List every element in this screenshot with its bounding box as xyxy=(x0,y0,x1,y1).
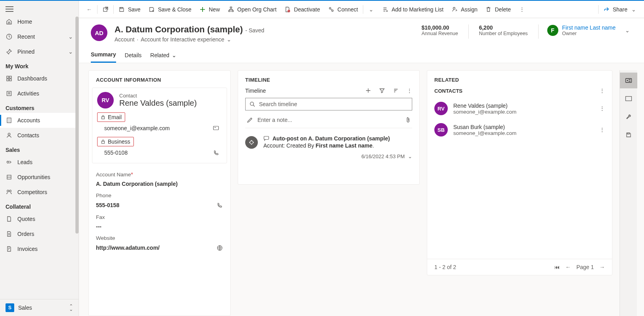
overflow-button[interactable]: ⋮ xyxy=(515,1,529,18)
pager-next-icon[interactable]: → xyxy=(599,264,605,270)
area-badge: S xyxy=(6,303,14,312)
back-button[interactable]: ← xyxy=(82,1,96,18)
svg-point-18 xyxy=(329,7,331,9)
pager-first-icon[interactable]: ⏮ xyxy=(554,264,560,270)
more-vertical-icon[interactable]: ⋮ xyxy=(599,88,605,94)
share-button[interactable]: Share⌄ xyxy=(599,1,641,18)
sort-icon[interactable] xyxy=(393,88,399,94)
chevron-down-icon[interactable]: ⌄ xyxy=(227,36,231,43)
more-vertical-icon[interactable]: ⋮ xyxy=(599,105,605,112)
sidebar-item-recent[interactable]: Recent ⌄ xyxy=(0,29,79,44)
open-org-chart-button[interactable]: Open Org Chart xyxy=(224,1,281,18)
svg-rect-6 xyxy=(7,118,11,123)
section-title: RELATED xyxy=(427,71,612,88)
hamburger-icon[interactable] xyxy=(6,6,13,12)
tab-related[interactable]: Related⌄ xyxy=(150,48,176,63)
pin-icon xyxy=(6,48,13,55)
related-pager: 1 - 2 of 2 ⏮ ← Page 1 → xyxy=(427,259,612,275)
form-selector[interactable]: Account for Interactive experience xyxy=(141,36,224,43)
sidebar-item-home[interactable]: Home xyxy=(0,14,79,29)
svg-point-26 xyxy=(250,141,253,144)
save-close-button[interactable]: Save & Close xyxy=(145,1,195,18)
rail-save-button[interactable] xyxy=(620,127,637,143)
timeline-note-input[interactable]: Enter a note... xyxy=(245,114,412,128)
delete-button[interactable]: Delete xyxy=(481,1,514,18)
sidebar-item-quotes[interactable]: Quotes xyxy=(0,211,79,226)
sidebar-item-pinned[interactable]: Pinned ⌄ xyxy=(0,44,79,59)
invoices-icon xyxy=(6,245,13,252)
divider xyxy=(113,5,114,14)
divider xyxy=(598,5,599,14)
sidebar-label: Activities xyxy=(17,90,39,97)
save-close-icon xyxy=(148,6,155,13)
contact-email[interactable]: someone_i@example.com xyxy=(97,123,170,133)
sidebar-item-competitors[interactable]: Competitors xyxy=(0,185,79,200)
card-icon[interactable] xyxy=(212,125,220,132)
rail-assistant-button[interactable] xyxy=(620,73,637,88)
right-rail xyxy=(620,70,637,316)
divider xyxy=(97,5,98,14)
rail-wrench-button[interactable] xyxy=(620,109,637,125)
pager-prev-icon[interactable]: ← xyxy=(565,264,571,270)
related-contact-item[interactable]: SB Susan Burk (sample) someone_l@example… xyxy=(427,119,612,140)
connect-button[interactable]: Connect xyxy=(324,1,362,18)
open-new-window-button[interactable] xyxy=(98,1,113,18)
svg-point-7 xyxy=(8,133,10,135)
section-title: ACCOUNT INFORMATION xyxy=(89,71,230,88)
field-website[interactable]: Website http://www.adatum.com/ xyxy=(89,231,230,253)
connect-chevron[interactable]: ⌄ xyxy=(364,1,378,18)
sidebar-item-accounts[interactable]: Accounts xyxy=(0,113,79,128)
chevron-down-icon[interactable]: ⌄ xyxy=(408,153,412,159)
phone-icon[interactable] xyxy=(216,202,223,209)
locked-field-business: Business xyxy=(97,137,134,146)
phone-icon[interactable] xyxy=(212,149,220,156)
save-button[interactable]: Save xyxy=(115,1,145,18)
area-label: Sales xyxy=(18,305,32,311)
tab-summary[interactable]: Summary xyxy=(91,48,116,63)
timeline-search[interactable]: Search timeline xyxy=(245,98,412,110)
rail-panel-button[interactable] xyxy=(620,91,637,107)
sidebar-item-contacts[interactable]: Contacts xyxy=(0,128,79,143)
assign-button[interactable]: Assign xyxy=(447,1,481,18)
plus-icon[interactable] xyxy=(365,88,371,94)
globe-icon[interactable] xyxy=(216,244,223,251)
sidebar-item-dashboards[interactable]: Dashboards xyxy=(0,71,79,86)
filter-icon[interactable] xyxy=(379,88,385,94)
related-contacts-header: CONTACTS xyxy=(434,88,462,94)
orders-icon xyxy=(6,230,13,237)
sidebar-item-leads[interactable]: Leads xyxy=(0,155,79,170)
more-vertical-icon[interactable]: ⋮ xyxy=(407,88,412,94)
clock-icon xyxy=(6,33,13,40)
stat-employees[interactable]: 6,200 Number of Employees xyxy=(477,24,529,36)
new-button[interactable]: New xyxy=(195,1,224,18)
field-phone[interactable]: Phone 555-0158 xyxy=(89,189,230,210)
quote-icon xyxy=(6,215,13,223)
contact-business-phone[interactable]: 555-0108 xyxy=(97,148,128,157)
stat-owner[interactable]: F First name Last name Owner ⌄ xyxy=(547,24,632,36)
attachment-icon[interactable] xyxy=(406,117,411,123)
sidebar-item-invoices[interactable]: Invoices xyxy=(0,241,79,256)
more-vertical-icon[interactable]: ⋮ xyxy=(599,127,605,133)
chevron-down-icon[interactable]: ⌄ xyxy=(625,27,630,34)
sidebar-item-activities[interactable]: Activities xyxy=(0,86,79,101)
sidebar-label: Pinned xyxy=(17,49,35,55)
timeline-item[interactable]: Auto-post on A. Datum Corporation (sampl… xyxy=(238,134,419,153)
deactivate-icon xyxy=(284,6,291,13)
sidebar-item-orders[interactable]: Orders xyxy=(0,226,79,241)
owner-name: First name Last name xyxy=(562,24,616,31)
field-account-name[interactable]: Account Name* A. Datum Corporation (samp… xyxy=(89,167,230,189)
sidebar-label: Orders xyxy=(17,231,34,237)
deactivate-button[interactable]: Deactivate xyxy=(280,1,324,18)
add-marketing-button[interactable]: Add to Marketing List xyxy=(378,1,448,18)
competitors-icon xyxy=(6,189,13,196)
contact-name[interactable]: Rene Valdes (sample) xyxy=(119,99,197,108)
sidebar-area-switcher[interactable]: S Sales ⌃⌄ xyxy=(0,299,79,316)
svg-rect-30 xyxy=(625,97,631,101)
stat-annual-revenue[interactable]: $10,000.00 Annual Revenue xyxy=(420,24,460,36)
related-contact-item[interactable]: RV Rene Valdes (sample) someone_i@exampl… xyxy=(427,98,612,119)
sidebar-scrollbar[interactable] xyxy=(75,1,79,300)
plus-icon xyxy=(199,6,206,13)
sidebar-item-opportunities[interactable]: Opportunities xyxy=(0,170,79,185)
tab-details[interactable]: Details xyxy=(125,48,142,63)
field-fax[interactable]: Fax --- xyxy=(89,210,230,231)
